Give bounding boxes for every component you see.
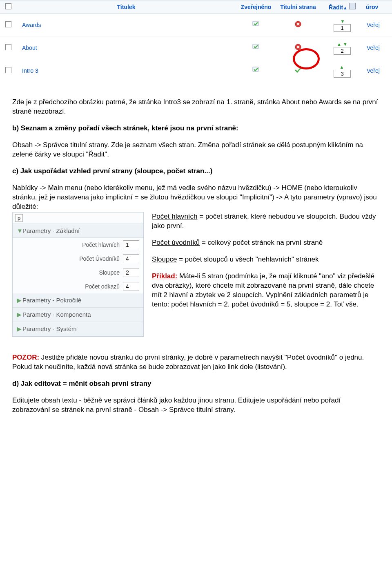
table-row: Awards ▼ 1 Veřej	[0, 13, 392, 36]
chevron-right-icon: ▶	[17, 311, 22, 318]
col-level[interactable]: úrov	[364, 0, 392, 13]
paragraph: Příklad: Máte-li 5 stran (podmínka je, ž…	[152, 272, 380, 309]
param-label: Počet odkazů	[17, 283, 123, 290]
published-icon	[252, 66, 260, 74]
order-input[interactable]: 3	[334, 70, 351, 78]
param-row: Počet odkazů4	[13, 280, 143, 293]
chevron-down-icon: ▼	[17, 227, 22, 234]
order-cell[interactable]: ▼ 1	[320, 13, 364, 36]
param-input[interactable]: 4	[123, 254, 139, 263]
table-row: Intro 3 ▲ 3 Veřej	[0, 59, 392, 82]
params-panel: p ▼Parametry - Základní Počet hlavních1 …	[12, 212, 144, 337]
params-component-header[interactable]: ▶Parametry - Komponenta	[13, 308, 143, 322]
tab-p[interactable]: p	[15, 214, 23, 222]
table-row: About ▲▼ 2 Veřej	[0, 36, 392, 59]
row-checkbox[interactable]	[5, 44, 11, 50]
published-toggle[interactable]	[236, 59, 276, 82]
col-title[interactable]: Titulek	[16, 0, 236, 13]
published-toggle[interactable]	[236, 36, 276, 59]
deny-icon	[294, 20, 302, 28]
paragraph: POZOR: Jestliže přidáte novou stránku do…	[12, 353, 380, 372]
chevron-right-icon: ▶	[17, 325, 22, 333]
published-icon	[252, 20, 260, 28]
level-link[interactable]: Veřej	[364, 59, 392, 82]
paragraph: Obsah -> Správce titulní strany. Zde je …	[12, 141, 380, 159]
order-cell[interactable]: ▲ 3	[320, 59, 364, 82]
params-basic-header[interactable]: ▼Parametry - Základní	[13, 224, 143, 238]
heading-d: d) Jak editovat = měnit obsah první stra…	[12, 379, 380, 389]
frontpage-toggle[interactable]	[276, 13, 320, 36]
order-input[interactable]: 2	[334, 47, 351, 55]
col-order[interactable]: Řadit▲	[320, 0, 364, 13]
deny-icon	[294, 43, 302, 51]
heading-b: b) Seznam a změny pořadí všech stránek, …	[12, 124, 380, 133]
param-input[interactable]: 2	[123, 268, 139, 277]
param-row: Počet Úvodníků4	[13, 252, 143, 266]
col-front[interactable]: Titulní strana	[276, 0, 320, 13]
param-label: Sloupce	[17, 269, 123, 276]
save-order-icon[interactable]	[349, 3, 356, 9]
published-toggle[interactable]	[236, 13, 276, 36]
arrow-up-icon[interactable]: ▲	[337, 42, 341, 47]
article-link[interactable]: Awards	[22, 22, 41, 28]
order-cell[interactable]: ▲▼ 2	[320, 36, 364, 59]
article-link[interactable]: Intro 3	[22, 67, 38, 74]
article-link[interactable]: About	[22, 45, 37, 51]
row-checkbox[interactable]	[5, 21, 11, 27]
arrow-up-icon[interactable]: ▲	[340, 65, 344, 69]
paragraph: Sloupce = počet sloupců u všech "nehlavn…	[152, 255, 380, 264]
param-label: Počet hlavních	[17, 242, 123, 248]
paragraph: Nabídky -> Main menu (nebo kterékoliv me…	[12, 183, 380, 212]
articles-table: Titulek Zveřejněno Titulní strana Řadit▲…	[0, 0, 392, 82]
paragraph: Počet hlavních = počet stránek, které ne…	[152, 212, 380, 231]
chevron-right-icon: ▶	[17, 297, 22, 304]
param-input[interactable]: 1	[123, 240, 139, 249]
frontpage-toggle[interactable]	[276, 59, 320, 82]
paragraph: Editujete obsah textu - běžně ve správci…	[12, 396, 380, 415]
param-input[interactable]: 4	[123, 282, 139, 291]
arrow-down-icon[interactable]: ▼	[343, 42, 347, 47]
row-checkbox[interactable]	[5, 67, 11, 73]
param-row: Počet hlavních1	[13, 238, 143, 252]
params-system-header[interactable]: ▶Parametry - Systém	[13, 322, 143, 336]
col-published[interactable]: Zveřejněno	[236, 0, 276, 13]
level-link[interactable]: Veřej	[364, 36, 392, 59]
param-row: Sloupce2	[13, 266, 143, 280]
paragraph: Zde je z předchozího obrázku patrné, že …	[12, 98, 380, 116]
frontpage-toggle[interactable]	[276, 36, 320, 59]
params-advanced-header[interactable]: ▶Parametry - Pokročilé	[13, 293, 143, 308]
level-link[interactable]: Veřej	[364, 13, 392, 36]
arrow-down-icon[interactable]: ▼	[341, 19, 345, 24]
heading-c: c) Jak uspořádat vzhled první strany (sl…	[12, 167, 380, 176]
checkbox-all-icon[interactable]	[5, 3, 11, 9]
check-icon	[294, 66, 302, 74]
order-input[interactable]: 1	[334, 24, 351, 32]
param-label: Počet Úvodníků	[17, 255, 123, 262]
published-icon	[252, 43, 260, 51]
paragraph: Počet úvodníků = celkový počet stránek n…	[152, 238, 380, 248]
col-checkbox[interactable]	[0, 0, 16, 13]
